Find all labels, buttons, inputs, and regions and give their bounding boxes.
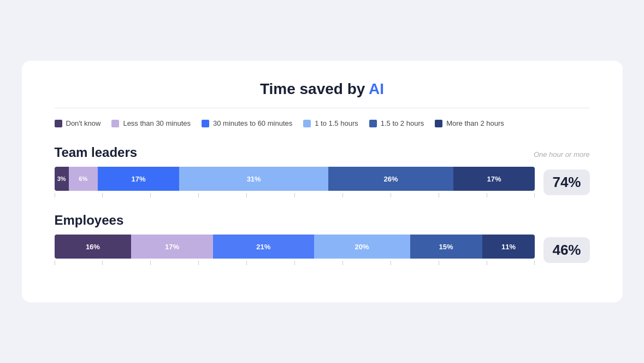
tick-mark <box>55 261 55 265</box>
bar-segment: 6% <box>69 167 98 191</box>
employees-title: Employees <box>55 213 124 228</box>
bar-segment: 21% <box>213 235 314 259</box>
title-ai: AI <box>369 80 384 97</box>
legend-color <box>435 120 442 127</box>
tick-mark <box>55 193 55 197</box>
legend-color <box>111 120 119 127</box>
legend-label: More than 2 hours <box>446 119 504 127</box>
team-leaders-section: Team leaders One hour or more 3%6%17%31%… <box>55 145 590 197</box>
tick-mark <box>198 193 199 197</box>
tick-mark <box>534 261 535 265</box>
legend-item: 30 minutes to 60 minutes <box>202 119 292 127</box>
legend-label: 1 to 1.5 hours <box>315 119 358 127</box>
legend-color <box>303 120 311 127</box>
tick-mark <box>439 193 439 197</box>
bar-segment: 31% <box>179 167 328 191</box>
employees-ticks <box>55 261 535 265</box>
tick-mark <box>246 193 247 197</box>
employees-summary: 46% <box>543 237 589 263</box>
tick-mark <box>150 193 151 197</box>
legend-item: Less than 30 minutes <box>111 119 191 127</box>
team-leaders-header: Team leaders One hour or more <box>55 145 590 160</box>
tick-mark <box>391 193 391 197</box>
legend-color <box>55 120 62 127</box>
tick-mark <box>534 193 535 197</box>
tick-mark <box>150 261 151 265</box>
tick-mark <box>439 261 439 265</box>
bar-segment: 11% <box>482 235 535 259</box>
employees-section: Employees 16%17%21%20%15%11% 46% <box>55 213 590 265</box>
title-divider <box>55 108 590 108</box>
employees-bar: 16%17%21%20%15%11% <box>55 235 535 259</box>
tick-mark <box>487 261 487 265</box>
tick-mark <box>391 261 391 265</box>
tick-mark <box>294 261 295 265</box>
employees-bar-container: 16%17%21%20%15%11% <box>55 235 535 265</box>
tick-mark <box>198 261 199 265</box>
bar-segment: 20% <box>314 235 410 259</box>
bar-segment: 15% <box>410 235 482 259</box>
title-text: Time saved by <box>260 80 369 97</box>
team-leaders-ticks <box>55 193 535 197</box>
tick-mark <box>102 193 103 197</box>
bar-segment: 26% <box>328 167 453 191</box>
legend-label: 30 minutes to 60 minutes <box>213 119 292 127</box>
team-leaders-title: Team leaders <box>55 145 138 160</box>
tick-mark <box>246 261 247 265</box>
legend-item: 1.5 to 2 hours <box>369 119 424 127</box>
tick-mark <box>102 261 103 265</box>
tick-mark <box>487 193 487 197</box>
legend-item: Don't know <box>55 119 101 127</box>
team-leaders-bar: 3%6%17%31%26%17% <box>55 167 535 191</box>
legend-label: 1.5 to 2 hours <box>381 119 424 127</box>
team-leaders-bar-row: 3%6%17%31%26%17% 74% <box>55 167 590 197</box>
bar-segment: 3% <box>55 167 69 191</box>
legend-color <box>202 120 209 127</box>
employees-header: Employees <box>55 213 590 228</box>
bar-segment: 17% <box>131 235 213 259</box>
bar-segment: 17% <box>98 167 180 191</box>
legend-label: Don't know <box>66 119 101 127</box>
legend: Don't know Less than 30 minutes 30 minut… <box>55 119 590 127</box>
tick-mark <box>342 193 343 197</box>
team-leaders-bar-container: 3%6%17%31%26%17% <box>55 167 535 197</box>
legend-label: Less than 30 minutes <box>123 119 191 127</box>
chart-card: Time saved by AI Don't know Less than 30… <box>22 61 623 302</box>
one-hour-label: One hour or more <box>534 150 590 159</box>
bar-segment: 17% <box>453 167 535 191</box>
legend-item: More than 2 hours <box>435 119 504 127</box>
team-leaders-summary: 74% <box>543 169 589 195</box>
tick-mark <box>294 193 295 197</box>
legend-item: 1 to 1.5 hours <box>303 119 358 127</box>
chart-title: Time saved by AI <box>55 80 590 98</box>
bar-segment: 16% <box>55 235 132 259</box>
legend-color <box>369 120 377 127</box>
tick-mark <box>342 261 343 265</box>
employees-bar-row: 16%17%21%20%15%11% 46% <box>55 235 590 265</box>
